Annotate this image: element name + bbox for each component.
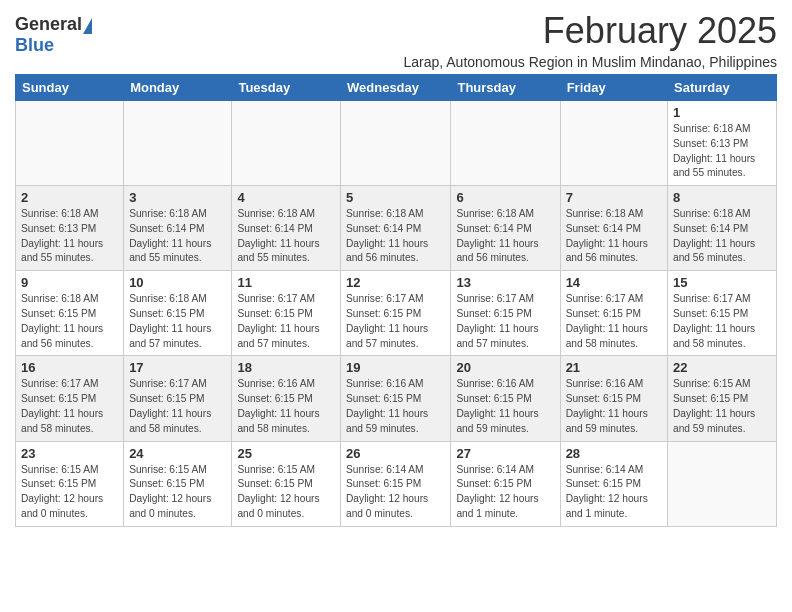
day-number: 15 <box>673 275 771 290</box>
logo-triangle-icon <box>83 18 92 34</box>
calendar-week-row: 23Sunrise: 6:15 AM Sunset: 6:15 PM Dayli… <box>16 441 777 526</box>
day-info: Sunrise: 6:17 AM Sunset: 6:15 PM Dayligh… <box>129 377 226 436</box>
day-info: Sunrise: 6:14 AM Sunset: 6:15 PM Dayligh… <box>456 463 554 522</box>
day-number: 14 <box>566 275 662 290</box>
day-info: Sunrise: 6:14 AM Sunset: 6:15 PM Dayligh… <box>566 463 662 522</box>
column-header-monday: Monday <box>124 75 232 101</box>
calendar-cell <box>232 101 341 186</box>
day-number: 5 <box>346 190 445 205</box>
day-number: 11 <box>237 275 335 290</box>
column-header-saturday: Saturday <box>668 75 777 101</box>
day-number: 6 <box>456 190 554 205</box>
day-number: 7 <box>566 190 662 205</box>
day-info: Sunrise: 6:18 AM Sunset: 6:14 PM Dayligh… <box>673 207 771 266</box>
day-info: Sunrise: 6:15 AM Sunset: 6:15 PM Dayligh… <box>237 463 335 522</box>
calendar-cell: 7Sunrise: 6:18 AM Sunset: 6:14 PM Daylig… <box>560 186 667 271</box>
calendar-cell: 22Sunrise: 6:15 AM Sunset: 6:15 PM Dayli… <box>668 356 777 441</box>
column-header-sunday: Sunday <box>16 75 124 101</box>
day-number: 20 <box>456 360 554 375</box>
day-info: Sunrise: 6:18 AM Sunset: 6:14 PM Dayligh… <box>456 207 554 266</box>
title-section: February 2025 Larap, Autonomous Region i… <box>403 10 777 70</box>
calendar-cell: 14Sunrise: 6:17 AM Sunset: 6:15 PM Dayli… <box>560 271 667 356</box>
calendar-cell: 24Sunrise: 6:15 AM Sunset: 6:15 PM Dayli… <box>124 441 232 526</box>
day-number: 26 <box>346 446 445 461</box>
calendar-week-row: 9Sunrise: 6:18 AM Sunset: 6:15 PM Daylig… <box>16 271 777 356</box>
calendar-week-row: 1Sunrise: 6:18 AM Sunset: 6:13 PM Daylig… <box>16 101 777 186</box>
day-number: 23 <box>21 446 118 461</box>
column-header-friday: Friday <box>560 75 667 101</box>
day-info: Sunrise: 6:17 AM Sunset: 6:15 PM Dayligh… <box>21 377 118 436</box>
day-number: 13 <box>456 275 554 290</box>
calendar-week-row: 16Sunrise: 6:17 AM Sunset: 6:15 PM Dayli… <box>16 356 777 441</box>
calendar-cell: 23Sunrise: 6:15 AM Sunset: 6:15 PM Dayli… <box>16 441 124 526</box>
calendar-title: February 2025 <box>403 10 777 52</box>
calendar-cell: 26Sunrise: 6:14 AM Sunset: 6:15 PM Dayli… <box>341 441 451 526</box>
calendar-cell: 20Sunrise: 6:16 AM Sunset: 6:15 PM Dayli… <box>451 356 560 441</box>
column-header-wednesday: Wednesday <box>341 75 451 101</box>
logo-blue-text: Blue <box>15 35 54 55</box>
calendar-cell: 11Sunrise: 6:17 AM Sunset: 6:15 PM Dayli… <box>232 271 341 356</box>
day-info: Sunrise: 6:16 AM Sunset: 6:15 PM Dayligh… <box>237 377 335 436</box>
day-number: 24 <box>129 446 226 461</box>
day-info: Sunrise: 6:16 AM Sunset: 6:15 PM Dayligh… <box>456 377 554 436</box>
day-number: 8 <box>673 190 771 205</box>
calendar-cell: 13Sunrise: 6:17 AM Sunset: 6:15 PM Dayli… <box>451 271 560 356</box>
calendar-week-row: 2Sunrise: 6:18 AM Sunset: 6:13 PM Daylig… <box>16 186 777 271</box>
day-info: Sunrise: 6:17 AM Sunset: 6:15 PM Dayligh… <box>673 292 771 351</box>
day-info: Sunrise: 6:18 AM Sunset: 6:14 PM Dayligh… <box>129 207 226 266</box>
column-header-tuesday: Tuesday <box>232 75 341 101</box>
day-number: 27 <box>456 446 554 461</box>
day-info: Sunrise: 6:18 AM Sunset: 6:14 PM Dayligh… <box>237 207 335 266</box>
day-info: Sunrise: 6:17 AM Sunset: 6:15 PM Dayligh… <box>237 292 335 351</box>
calendar-cell: 27Sunrise: 6:14 AM Sunset: 6:15 PM Dayli… <box>451 441 560 526</box>
calendar-cell: 21Sunrise: 6:16 AM Sunset: 6:15 PM Dayli… <box>560 356 667 441</box>
day-info: Sunrise: 6:14 AM Sunset: 6:15 PM Dayligh… <box>346 463 445 522</box>
calendar-cell: 5Sunrise: 6:18 AM Sunset: 6:14 PM Daylig… <box>341 186 451 271</box>
day-info: Sunrise: 6:16 AM Sunset: 6:15 PM Dayligh… <box>346 377 445 436</box>
calendar-cell: 4Sunrise: 6:18 AM Sunset: 6:14 PM Daylig… <box>232 186 341 271</box>
day-info: Sunrise: 6:17 AM Sunset: 6:15 PM Dayligh… <box>566 292 662 351</box>
day-number: 2 <box>21 190 118 205</box>
day-info: Sunrise: 6:18 AM Sunset: 6:13 PM Dayligh… <box>21 207 118 266</box>
calendar-header-row: SundayMondayTuesdayWednesdayThursdayFrid… <box>16 75 777 101</box>
calendar-cell: 8Sunrise: 6:18 AM Sunset: 6:14 PM Daylig… <box>668 186 777 271</box>
calendar-table: SundayMondayTuesdayWednesdayThursdayFrid… <box>15 74 777 527</box>
day-number: 21 <box>566 360 662 375</box>
day-info: Sunrise: 6:18 AM Sunset: 6:15 PM Dayligh… <box>21 292 118 351</box>
calendar-cell: 2Sunrise: 6:18 AM Sunset: 6:13 PM Daylig… <box>16 186 124 271</box>
calendar-cell <box>451 101 560 186</box>
calendar-cell: 12Sunrise: 6:17 AM Sunset: 6:15 PM Dayli… <box>341 271 451 356</box>
day-info: Sunrise: 6:15 AM Sunset: 6:15 PM Dayligh… <box>129 463 226 522</box>
calendar-cell <box>668 441 777 526</box>
day-number: 4 <box>237 190 335 205</box>
calendar-cell: 19Sunrise: 6:16 AM Sunset: 6:15 PM Dayli… <box>341 356 451 441</box>
calendar-cell: 6Sunrise: 6:18 AM Sunset: 6:14 PM Daylig… <box>451 186 560 271</box>
day-number: 1 <box>673 105 771 120</box>
calendar-cell: 3Sunrise: 6:18 AM Sunset: 6:14 PM Daylig… <box>124 186 232 271</box>
calendar-subtitle: Larap, Autonomous Region in Muslim Minda… <box>403 54 777 70</box>
day-number: 22 <box>673 360 771 375</box>
calendar-cell: 10Sunrise: 6:18 AM Sunset: 6:15 PM Dayli… <box>124 271 232 356</box>
calendar-cell <box>341 101 451 186</box>
calendar-cell <box>124 101 232 186</box>
day-info: Sunrise: 6:18 AM Sunset: 6:14 PM Dayligh… <box>346 207 445 266</box>
day-info: Sunrise: 6:17 AM Sunset: 6:15 PM Dayligh… <box>456 292 554 351</box>
day-info: Sunrise: 6:18 AM Sunset: 6:13 PM Dayligh… <box>673 122 771 181</box>
calendar-cell: 16Sunrise: 6:17 AM Sunset: 6:15 PM Dayli… <box>16 356 124 441</box>
calendar-cell: 9Sunrise: 6:18 AM Sunset: 6:15 PM Daylig… <box>16 271 124 356</box>
day-number: 16 <box>21 360 118 375</box>
day-number: 12 <box>346 275 445 290</box>
day-number: 17 <box>129 360 226 375</box>
day-info: Sunrise: 6:15 AM Sunset: 6:15 PM Dayligh… <box>21 463 118 522</box>
calendar-cell: 1Sunrise: 6:18 AM Sunset: 6:13 PM Daylig… <box>668 101 777 186</box>
calendar-cell <box>16 101 124 186</box>
day-number: 3 <box>129 190 226 205</box>
column-header-thursday: Thursday <box>451 75 560 101</box>
day-info: Sunrise: 6:18 AM Sunset: 6:15 PM Dayligh… <box>129 292 226 351</box>
calendar-cell: 28Sunrise: 6:14 AM Sunset: 6:15 PM Dayli… <box>560 441 667 526</box>
day-number: 10 <box>129 275 226 290</box>
day-info: Sunrise: 6:15 AM Sunset: 6:15 PM Dayligh… <box>673 377 771 436</box>
logo-general-text: General <box>15 14 82 35</box>
day-number: 28 <box>566 446 662 461</box>
day-number: 25 <box>237 446 335 461</box>
